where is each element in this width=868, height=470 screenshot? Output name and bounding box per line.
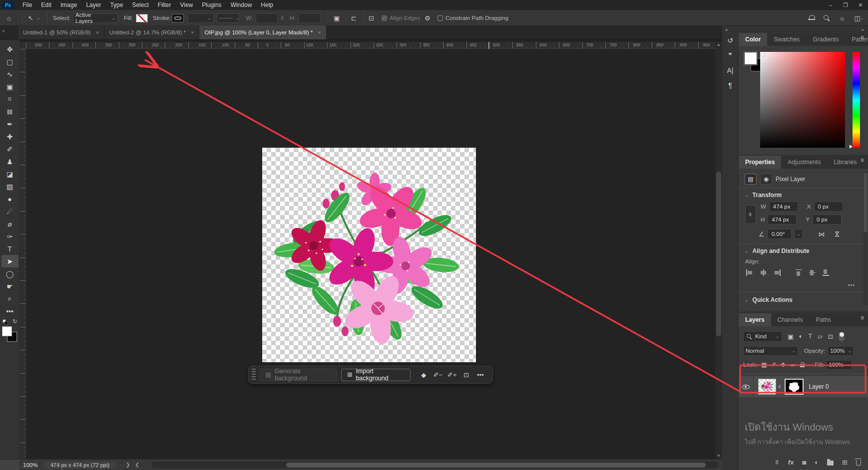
generate-background-button[interactable]: ▤ Generate background bbox=[260, 369, 338, 381]
layer-filter-toggle[interactable] bbox=[839, 332, 845, 341]
layer-row[interactable]: ∞ Layer 0 bbox=[739, 376, 868, 397]
search-icon[interactable] bbox=[824, 15, 830, 21]
layer-name[interactable]: Layer 0 bbox=[809, 383, 829, 390]
restore-button[interactable]: ❐ bbox=[838, 0, 853, 10]
document-tab-oip[interactable]: OIP.jpg @ 100% (Layer 0, Layer Mask/8) *… bbox=[199, 25, 326, 39]
horizontal-scrollbar[interactable] bbox=[151, 462, 718, 469]
tab-properties[interactable]: Properties bbox=[739, 156, 781, 169]
panel-menu-icon[interactable]: ≡ bbox=[861, 36, 864, 38]
spot-healing-brush-tool[interactable]: ✚ bbox=[1, 130, 18, 143]
hand-tool[interactable]: ☛ bbox=[1, 280, 18, 292]
align-more-options-icon[interactable]: ••• bbox=[848, 282, 855, 288]
menu-item[interactable]: View bbox=[175, 0, 197, 9]
select-mode-dropdown[interactable]: Active Layers ⌄ bbox=[73, 13, 118, 23]
align-edges-checkbox[interactable]: ✓ bbox=[382, 15, 387, 21]
align-right-edges-button[interactable] bbox=[773, 269, 781, 276]
notifications-bell-icon[interactable] bbox=[809, 15, 815, 21]
stroke-style-dropdown[interactable]: ——— ⌄ bbox=[217, 13, 240, 23]
collapse-dock-icon[interactable]: » bbox=[861, 27, 864, 32]
path-arrangement-icon[interactable]: ⊡ bbox=[369, 14, 374, 22]
menu-item[interactable]: Layer bbox=[81, 0, 105, 9]
default-colors-icon[interactable] bbox=[2, 319, 8, 325]
paragraph-panel-icon[interactable]: ¶ bbox=[722, 78, 738, 93]
zoom-tool[interactable]: ⌕ bbox=[1, 292, 18, 305]
crop-tool[interactable]: ⌗ bbox=[1, 93, 18, 105]
align-left-edges-button[interactable] bbox=[746, 269, 754, 276]
version-history-icon[interactable]: ↺ bbox=[722, 33, 738, 48]
tab-patterns[interactable]: Patterns bbox=[845, 33, 868, 46]
tab-swatches[interactable]: Swatches bbox=[767, 33, 806, 46]
menu-item[interactable]: Type bbox=[105, 0, 127, 9]
new-group-folder-icon[interactable] bbox=[827, 461, 834, 466]
discover-icon[interactable]: ☼ bbox=[839, 14, 845, 22]
subtract-from-selection-brush-icon[interactable]: ✐− bbox=[431, 371, 444, 379]
foreground-color-swatch[interactable] bbox=[2, 326, 12, 336]
blur-tool[interactable]: ● bbox=[1, 193, 18, 205]
add-layer-mask-icon[interactable]: ◙ bbox=[802, 459, 806, 466]
panel-menu-icon[interactable]: ≡ bbox=[861, 159, 864, 161]
horizontal-ruler[interactable] bbox=[26, 42, 715, 49]
type-tool[interactable]: T bbox=[1, 242, 18, 255]
lock-image-pixels-icon[interactable]: ✐ bbox=[771, 361, 776, 368]
height-value-field[interactable]: 474 px bbox=[768, 215, 797, 225]
scroll-up-icon[interactable]: ▲ bbox=[715, 42, 722, 48]
layer-effects-icon[interactable]: fx bbox=[788, 459, 794, 466]
opacity-field[interactable]: 100% ⌄ bbox=[828, 346, 854, 356]
panel-menu-icon[interactable]: ≡ bbox=[861, 317, 864, 319]
eyedropper-tool[interactable]: ✒ bbox=[1, 118, 18, 130]
menu-item[interactable]: Window bbox=[226, 0, 257, 9]
character-panel-icon[interactable]: A| bbox=[722, 63, 738, 78]
layer-visibility-eye-icon[interactable] bbox=[742, 385, 750, 389]
align-bottom-edges-button[interactable] bbox=[823, 269, 830, 276]
ruler-origin-box[interactable] bbox=[20, 42, 26, 49]
fill-swatch[interactable] bbox=[136, 14, 148, 22]
swap-colors-icon[interactable]: ↻ bbox=[12, 318, 17, 325]
tab-channels[interactable]: Channels bbox=[771, 313, 810, 326]
artboard-transparent-canvas[interactable] bbox=[262, 148, 476, 362]
eraser-tool[interactable]: ◪ bbox=[1, 168, 18, 180]
brush-tool[interactable]: ✐ bbox=[1, 143, 18, 155]
saturation-brightness-picker[interactable] bbox=[760, 52, 845, 148]
frame-tool[interactable]: ⊠ bbox=[1, 105, 18, 118]
rotation-angle-field[interactable]: 0.00° bbox=[768, 229, 792, 239]
current-tool-icon[interactable]: ↖ bbox=[28, 14, 33, 22]
transform-layer-icon[interactable]: ⊡ bbox=[459, 371, 473, 379]
horizontal-scroll-thumb[interactable] bbox=[286, 463, 706, 468]
tab-libraries[interactable]: Libraries bbox=[827, 156, 863, 169]
link-dimensions-icon[interactable]: ∞ bbox=[280, 16, 286, 20]
properties-scrollbar[interactable] bbox=[864, 171, 868, 305]
move-tool[interactable]: ✥ bbox=[1, 43, 18, 55]
width-value-field[interactable]: 474 px bbox=[769, 202, 798, 212]
smudge-tool[interactable]: ☄ bbox=[1, 205, 18, 218]
align-top-edges-button[interactable] bbox=[796, 269, 803, 276]
tab-overflow-icon[interactable]: » bbox=[2, 28, 5, 33]
lock-artboard-icon[interactable]: ▭ bbox=[790, 361, 796, 368]
close-button[interactable]: ✕ bbox=[853, 0, 868, 10]
vertical-ruler[interactable] bbox=[20, 49, 26, 459]
vertical-scrollbar[interactable]: ▲ ▼ bbox=[715, 42, 722, 459]
new-layer-icon[interactable]: ⊞ bbox=[842, 459, 848, 466]
tab-close-icon[interactable]: × bbox=[318, 29, 321, 35]
rectangular-marquee-tool[interactable]: ▢ bbox=[1, 55, 18, 68]
object-selection-tool[interactable]: ▣ bbox=[1, 80, 18, 93]
path-selection-tool[interactable]: ➤ bbox=[1, 255, 18, 267]
gradient-tool[interactable]: ▨ bbox=[1, 180, 18, 193]
align-collapse-icon[interactable]: ⌄ bbox=[745, 248, 749, 253]
import-background-button[interactable]: ⊞ Import background bbox=[341, 369, 411, 381]
height-field[interactable] bbox=[299, 13, 321, 23]
blend-mode-dropdown[interactable]: Normal ⌄ bbox=[743, 346, 798, 356]
menu-item[interactable]: File bbox=[18, 0, 36, 9]
pixel-layer-icon[interactable]: ▤ bbox=[745, 174, 757, 185]
tab-close-icon[interactable]: × bbox=[96, 29, 99, 35]
tab-color[interactable]: Color bbox=[739, 33, 767, 46]
clone-stamp-tool[interactable]: ♟ bbox=[1, 155, 18, 168]
filter-adjustment-layers-icon[interactable]: ◐ bbox=[799, 333, 803, 340]
tab-gradients[interactable]: Gradients bbox=[806, 33, 845, 46]
stroke-width-dropdown[interactable]: ⌄ bbox=[188, 13, 214, 23]
collapse-panels-icon[interactable]: « bbox=[725, 27, 728, 32]
color-picker-handle[interactable] bbox=[761, 53, 765, 56]
quick-actions-collapse-icon[interactable]: ⌄ bbox=[745, 297, 749, 302]
ellipse-shape-tool[interactable]: ◯ bbox=[1, 267, 18, 280]
layer-mask-link-icon[interactable]: ∞ bbox=[777, 385, 782, 388]
zoom-level-field[interactable]: 100% bbox=[23, 462, 43, 468]
